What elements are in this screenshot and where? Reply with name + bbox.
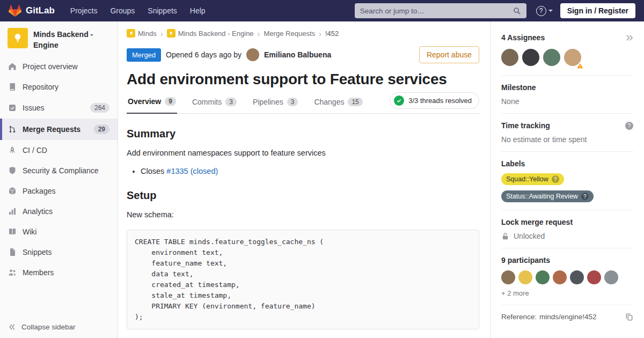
tab-pipelines[interactable]: Pipelines 3 — [252, 91, 299, 113]
assignees-title: 4 Assignees — [501, 33, 545, 42]
scoped-label-help-icon[interactable]: ? — [581, 193, 589, 200]
book-icon — [8, 83, 17, 91]
sidebar-item-snippets[interactable]: Snippets — [0, 242, 118, 262]
nav-item-groups[interactable]: Groups — [104, 3, 141, 18]
tab-label: Overview — [128, 97, 161, 106]
project-header-link[interactable]: Minds Backend - Engine — [0, 21, 118, 56]
double-chevron-left-icon — [8, 323, 16, 331]
brand-name: GitLab — [26, 5, 55, 16]
project-title: Minds Backend - Engine — [33, 28, 110, 51]
assignee-avatar-with-warning[interactable] — [564, 49, 581, 68]
sidebar-nav: Project overview Repository Issues 264 M… — [0, 56, 118, 283]
threads-resolved-pill[interactable]: 3/3 threads resolved — [390, 92, 479, 109]
author-avatar[interactable] — [246, 48, 259, 61]
participants-section: 9 participants + 2 more — [501, 248, 633, 305]
copy-reference-button[interactable] — [625, 313, 633, 321]
nav-item-projects[interactable]: Projects — [64, 3, 104, 18]
tab-commits[interactable]: Commits 3 — [191, 91, 238, 113]
page-layout: Minds Backend - Engine Project overview … — [0, 21, 644, 338]
sidebar-item-analytics[interactable]: Analytics — [0, 201, 118, 222]
code-block: CREATE TABLE minds.feature_toggles_cache… — [127, 230, 479, 329]
closes-label: Closes — [141, 167, 164, 175]
sidebar-item-label: CI / CD — [23, 146, 47, 155]
merge-request-icon — [8, 125, 17, 134]
summary-list: Closes #1335 (closed) — [141, 167, 479, 175]
sidebar-item-label: Issues — [23, 104, 44, 112]
participant-avatar[interactable] — [604, 270, 618, 284]
gitlab-tanuki-icon — [9, 4, 21, 17]
label-squad-yellow[interactable]: Squad::Yellow ? — [501, 173, 564, 185]
issues-count-badge: 264 — [90, 103, 109, 113]
participant-avatar[interactable] — [587, 270, 601, 284]
sidebar-item-wiki[interactable]: Wiki — [0, 222, 118, 242]
label-status-awaiting-review[interactable]: Status::Awaiting Review ? — [501, 190, 594, 202]
milestone-value: None — [501, 97, 633, 106]
author-name-link[interactable]: Emiliano Balbuena — [264, 50, 331, 59]
project-sidebar: Minds Backend - Engine Project overview … — [0, 21, 118, 338]
sidebar-item-issues[interactable]: Issues 264 — [0, 97, 118, 119]
shield-icon — [8, 166, 17, 175]
tab-changes[interactable]: Changes 15 — [313, 91, 363, 113]
tab-count: 15 — [348, 98, 362, 106]
lock-status-value: Unlocked — [514, 232, 545, 240]
participant-avatar[interactable] — [570, 270, 584, 284]
assignee-avatar[interactable] — [522, 49, 539, 66]
sidebar-item-label: Analytics — [23, 207, 53, 216]
breadcrumb-project-link[interactable]: Minds Backend - Engine — [167, 29, 254, 38]
breadcrumb-separator: › — [319, 30, 321, 38]
help-menu[interactable]: ? — [536, 6, 553, 16]
merged-status-badge: Merged — [127, 48, 161, 62]
help-icon: ? — [536, 6, 546, 16]
label-text: Status::Awaiting Review — [506, 193, 578, 200]
copy-icon — [625, 313, 633, 321]
labels-list: Squad::Yellow ? Status::Awaiting Review … — [501, 168, 633, 202]
threads-resolved-label: 3/3 threads resolved — [408, 97, 472, 105]
assignee-avatar[interactable] — [501, 49, 518, 66]
label-text: Squad::Yellow — [506, 175, 548, 183]
nav-item-snippets[interactable]: Snippets — [142, 3, 182, 18]
double-chevron-right-icon[interactable] — [625, 34, 633, 42]
participants-more-button[interactable]: + 2 more — [501, 289, 529, 297]
summary-heading: Summary — [127, 128, 479, 140]
gitlab-logo-link[interactable]: GitLab — [9, 4, 55, 17]
milestone-title: Milestone — [501, 83, 536, 92]
package-icon — [8, 187, 17, 195]
project-avatar-small — [167, 29, 175, 38]
sidebar-item-packages[interactable]: Packages — [0, 181, 118, 201]
participant-avatar[interactable] — [536, 270, 550, 284]
sidebar-item-ci-cd[interactable]: CI / CD — [0, 140, 118, 160]
sidebar-item-label: Wiki — [23, 227, 36, 236]
sidebar-item-label: Packages — [23, 187, 55, 195]
merge-requests-count-badge: 29 — [94, 124, 109, 134]
participant-avatar[interactable] — [553, 270, 567, 284]
top-navbar: GitLab Projects Groups Snippets Help ? S… — [0, 0, 644, 21]
search-box[interactable] — [355, 3, 526, 18]
closes-issue-link[interactable]: #1335 (closed) — [166, 167, 218, 175]
main-content: Minds › Minds Backend - Engine › Merge R… — [118, 21, 490, 338]
sidebar-item-merge-requests[interactable]: Merge Requests 29 — [0, 119, 118, 140]
sidebar-item-label: Members — [23, 268, 54, 277]
report-abuse-button[interactable]: Report abuse — [419, 46, 479, 63]
collapse-sidebar-button[interactable]: Collapse sidebar — [0, 316, 118, 338]
participants-avatars — [501, 270, 633, 284]
breadcrumb-project-label: Minds Backend - Engine — [178, 30, 254, 38]
sidebar-item-repository[interactable]: Repository — [0, 77, 118, 97]
opened-text: Opened 6 days ago by — [166, 50, 241, 59]
participant-avatar[interactable] — [518, 270, 532, 284]
sidebar-item-members[interactable]: Members — [0, 262, 118, 283]
sign-in-button[interactable]: Sign in / Register — [560, 3, 635, 18]
sidebar-item-project-overview[interactable]: Project overview — [0, 56, 118, 77]
breadcrumb-group-link[interactable]: Minds — [127, 29, 157, 38]
assignee-avatar[interactable] — [543, 49, 560, 66]
breadcrumb-separator: › — [258, 30, 260, 38]
breadcrumb-merge-requests-link[interactable]: Merge Requests — [264, 30, 315, 38]
sidebar-item-security-compliance[interactable]: Security & Compliance — [0, 160, 118, 181]
time-tracking-value: No estimate or time spent — [501, 135, 633, 144]
time-tracking-help-icon[interactable]: ? — [625, 122, 633, 130]
nav-item-help[interactable]: Help — [184, 3, 211, 18]
scoped-label-help-icon[interactable]: ? — [552, 175, 559, 183]
tab-overview[interactable]: Overview 9 — [127, 90, 177, 114]
chevron-down-icon — [548, 10, 553, 12]
participant-avatar[interactable] — [501, 270, 515, 284]
search-input[interactable] — [360, 7, 513, 15]
